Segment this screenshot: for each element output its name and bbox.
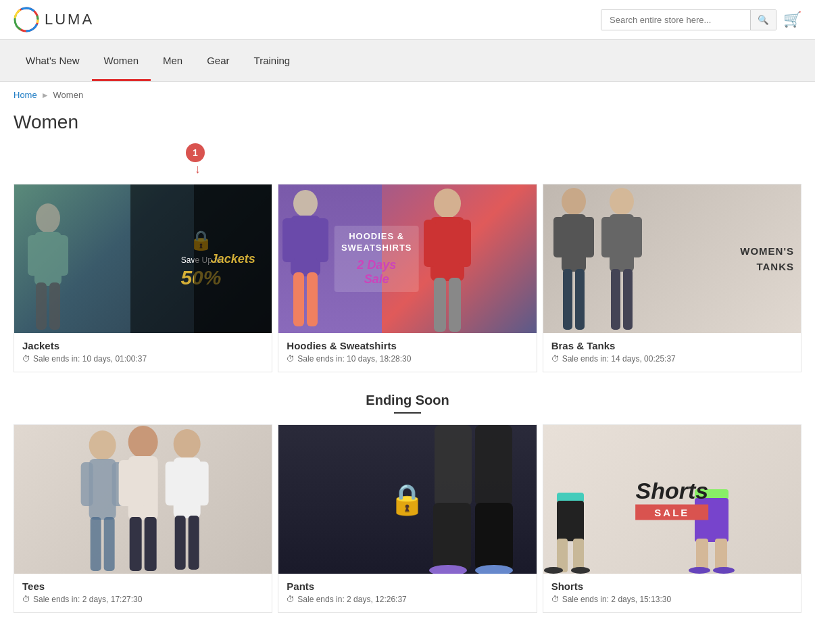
svg-point-63: [571, 567, 590, 574]
sale-ends-hoodies: ⏱ Sale ends in: 10 days, 18:28:30: [287, 354, 528, 364]
svg-rect-29: [610, 214, 634, 272]
search-input[interactable]: [601, 10, 750, 30]
product-card-shorts[interactable]: Shorts SALE Shorts ⏱ Sale ends in: 2 day…: [543, 424, 801, 613]
svg-rect-55: [475, 503, 513, 570]
product-card-hoodies[interactable]: HOODIES &SWEATSHIRTS 2 DaysSale Hoodies …: [278, 184, 537, 372]
breadcrumb-current: Women: [53, 90, 84, 100]
cart-icon[interactable]: 🛒: [783, 11, 801, 28]
nav-item-whats-new[interactable]: What's New: [14, 40, 92, 81]
svg-rect-36: [81, 462, 93, 506]
product-card-bras[interactable]: WOMEN'STANKS Bras & Tanks ⏱ Sale ends in…: [543, 184, 801, 372]
svg-rect-27: [575, 269, 585, 330]
product-name-shorts: Shorts: [551, 580, 793, 592]
section-divider: [394, 412, 421, 414]
svg-rect-54: [433, 503, 471, 570]
annotation-area: 1 ↓: [14, 143, 801, 177]
ending-soon-title: Ending Soon: [14, 393, 801, 408]
svg-rect-60: [557, 539, 568, 572]
svg-rect-43: [141, 460, 154, 506]
nav-item-women[interactable]: Women: [92, 40, 151, 81]
breadcrumb: Home ► Women: [0, 82, 815, 108]
product-image-hoodies: HOODIES &SWEATSHIRTS 2 DaysSale: [278, 184, 536, 333]
product-name-pants: Pants: [287, 580, 528, 592]
breadcrumb-home[interactable]: Home: [14, 90, 37, 100]
clock-icon-bras: ⏱: [551, 354, 560, 364]
svg-point-10: [293, 190, 318, 217]
search-icon: 🔍: [758, 15, 769, 25]
svg-rect-42: [119, 460, 132, 506]
breadcrumb-separator: ►: [41, 91, 49, 100]
svg-point-68: [689, 567, 710, 574]
sale-ends-shorts: ⏱ Sale ends in: 2 days, 15:13:30: [551, 595, 793, 604]
product-card-jackets[interactable]: 🔒 Jackets Save Up to 50% Jackets ⏱ Sale …: [14, 184, 272, 372]
svg-point-62: [544, 567, 563, 574]
product-image-jackets: 🔒 Jackets Save Up to 50%: [14, 184, 272, 333]
sale-ends-text-bras: Sale ends in: 14 days, 00:25:37: [562, 354, 676, 364]
clock-icon-pants: ⏱: [287, 595, 295, 604]
search-bar: 🔍: [601, 9, 776, 30]
svg-rect-51: [189, 516, 199, 570]
svg-point-28: [610, 188, 634, 215]
svg-rect-31: [631, 217, 642, 257]
logo[interactable]: LUMA: [14, 7, 94, 32]
sale-ends-jackets: ⏱ Sale ends in: 10 days, 01:00:37: [22, 354, 264, 364]
nav-link-men[interactable]: Men: [151, 40, 195, 81]
svg-rect-49: [197, 462, 209, 505]
svg-point-69: [713, 567, 735, 574]
search-button[interactable]: 🔍: [750, 10, 776, 30]
sale-ends-pants: ⏱ Sale ends in: 2 days, 12:26:37: [287, 595, 528, 604]
svg-rect-21: [449, 278, 461, 332]
product-info-bras: Bras & Tanks ⏱ Sale ends in: 14 days, 00…: [543, 333, 801, 372]
product-info-tees: Tees ⏱ Sale ends in: 2 days, 17:27:30: [14, 574, 272, 612]
svg-rect-52: [435, 425, 472, 506]
svg-rect-39: [104, 517, 115, 571]
svg-rect-23: [562, 214, 586, 272]
sale-ends-text-shorts: Sale ends in: 2 days, 15:13:30: [562, 595, 671, 604]
nav-item-training[interactable]: Training: [242, 40, 303, 81]
product-card-tees[interactable]: Tees ⏱ Sale ends in: 2 days, 17:27:30: [14, 424, 272, 613]
svg-point-22: [562, 188, 586, 215]
svg-rect-18: [424, 220, 436, 267]
svg-rect-9: [49, 282, 60, 330]
nav-item-gear[interactable]: Gear: [195, 40, 241, 81]
svg-rect-15: [307, 272, 318, 326]
product-name-tees: Tees: [22, 580, 264, 592]
svg-rect-33: [623, 269, 633, 330]
site-header: LUMA 🔍 🛒: [0, 0, 815, 40]
product-info-pants: Pants ⏱ Sale ends in: 2 days, 12:26:37: [278, 574, 536, 612]
svg-rect-32: [611, 269, 620, 330]
svg-rect-44: [130, 517, 142, 571]
svg-rect-38: [91, 517, 101, 571]
product-info-jackets: Jackets ⏱ Sale ends in: 10 days, 01:00:3…: [14, 333, 272, 372]
svg-rect-53: [475, 425, 512, 506]
svg-rect-7: [56, 235, 68, 276]
svg-rect-48: [166, 462, 178, 505]
annotation-arrow: ↓: [195, 162, 201, 176]
svg-rect-59: [557, 501, 584, 541]
page-title: Women: [14, 108, 801, 137]
svg-rect-25: [583, 217, 594, 257]
clock-icon-tees: ⏱: [22, 595, 30, 604]
bras-overlay: WOMEN'STANKS: [740, 244, 794, 274]
sale-ends-tees: ⏱ Sale ends in: 2 days, 17:27:30: [22, 595, 264, 604]
svg-rect-20: [434, 278, 446, 332]
nav-link-training[interactable]: Training: [242, 40, 303, 81]
nav-link-gear[interactable]: Gear: [195, 40, 241, 81]
nav-link-whats-new[interactable]: What's New: [14, 40, 92, 81]
product-card-pants[interactable]: 🔒 Pants ⏱ Sale ends in: 2 days, 12:26:37: [278, 424, 537, 613]
product-image-shorts: Shorts SALE: [543, 425, 801, 574]
svg-rect-8: [36, 282, 47, 330]
nav-link-women[interactable]: Women: [92, 40, 151, 81]
nav-item-men[interactable]: Men: [151, 40, 195, 81]
svg-rect-12: [282, 218, 295, 262]
svg-rect-45: [145, 517, 157, 571]
product-name-jackets: Jackets: [22, 340, 264, 351]
svg-rect-26: [563, 269, 572, 330]
logo-text: LUMA: [45, 11, 94, 28]
ending-soon-header: Ending Soon: [14, 393, 801, 414]
svg-rect-6: [28, 235, 40, 276]
page-content: Women 1 ↓ �: [0, 108, 815, 644]
svg-rect-19: [459, 220, 471, 267]
logo-icon: [14, 7, 39, 32]
hoodies-overlay: HOODIES &SWEATSHIRTS 2 DaysSale: [335, 226, 419, 292]
